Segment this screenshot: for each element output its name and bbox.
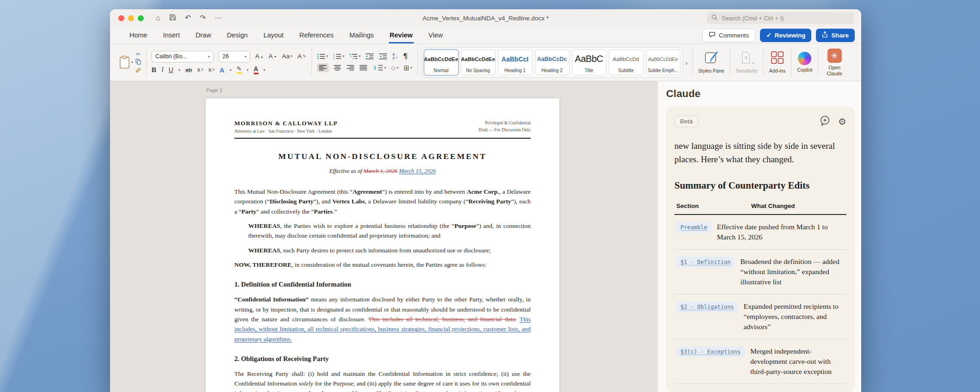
page-number-label: Page 1 [206,87,222,93]
sort-button[interactable]: AZ↓ [392,53,398,60]
share-icon [822,31,828,39]
more-commands-icon[interactable]: ⋯ [214,14,222,22]
zoom-window-button[interactable] [138,15,144,21]
text-run: Disclosing Party [270,198,314,205]
style-label: Heading 1 [504,68,526,75]
superscript-button[interactable]: x2 [208,67,214,73]
home-icon[interactable]: ⌂ [156,14,160,22]
justify-button[interactable] [360,65,368,71]
clear-formatting-button[interactable]: A✎ [297,53,306,60]
cut-button[interactable]: ✂ [136,51,141,57]
text-run: Party [241,208,256,215]
titlebar: ⌂ ↶ ↷ ⋯ Acme_Vertex_MutualNDA_v4_Redline… [110,9,861,27]
document-workspace[interactable]: Page 1 MORRISON & CALLOWAY LLP Attorneys… [110,81,657,392]
font-size-dropdown[interactable]: 26▾ [219,51,250,62]
style-no-spacing[interactable]: AaBbCcDdEeNo Spacing [461,49,496,75]
increase-indent-button[interactable] [379,53,387,60]
section-badge-3-c-exceptions[interactable]: §3(c) - Exceptions [676,346,745,357]
align-right-button[interactable] [347,65,355,71]
claude-panel-title: Claude [666,88,855,100]
text-run: solely [299,380,313,387]
redo-icon[interactable]: ↷ [200,14,206,22]
search-field[interactable] [707,12,854,24]
sensitivity-button[interactable]: ▾ Sensitivity [731,44,762,81]
underline-button[interactable]: U [169,67,173,73]
close-window-button[interactable] [118,15,124,21]
style-normal[interactable]: AaBbCcDdEeNormal [424,49,459,75]
style-heading-2[interactable]: AaBbCcDcHeading 2 [535,49,570,75]
open-claude-button[interactable]: ✳ Open Claude [819,44,850,81]
italic-button[interactable]: I [161,67,164,73]
strikethrough-button[interactable]: ab [185,67,192,73]
chevron-down-icon: ▾ [247,68,249,72]
styles-gallery: AaBbCcDdEeNormalAaBbCcDdEeNo SpacingAaBb… [422,47,683,78]
minimize-window-button[interactable] [128,15,134,21]
text-effects-button[interactable]: A [220,67,225,74]
desktop-background: ⌂ ↶ ↷ ⋯ Acme_Vertex_MutualNDA_v4_Redline… [0,0,980,392]
section-badge-1-definition[interactable]: §1 - Definition [676,257,735,268]
tab-view[interactable]: View [428,27,444,43]
paragraph: WHEREAS, each Party desires to protect s… [248,245,531,255]
document-page[interactable]: MORRISON & CALLOWAY LLP Attorneys at Law… [206,98,559,392]
numbering-button[interactable]: 123▾ [333,53,344,60]
multilevel-list-button[interactable]: ▾ [349,53,361,60]
share-button[interactable]: Share [816,29,855,42]
tab-references[interactable]: References [298,27,334,43]
save-icon[interactable] [169,14,176,22]
copy-button[interactable] [135,59,141,66]
tab-mailings[interactable]: Mailings [349,27,375,43]
bullets-button[interactable]: ▾ [317,53,328,60]
settings-gear-icon[interactable]: ⚙ [838,117,846,126]
change-case-button[interactable]: Aa▾ [282,53,293,60]
font-color-button[interactable]: A [254,66,258,74]
reviewing-button[interactable]: ✓ Reviewing [760,29,811,42]
search-input[interactable] [721,14,849,22]
chevron-down-icon: ▾ [208,55,210,59]
grow-font-button[interactable]: A▲ [255,53,263,60]
bold-button[interactable]: B [152,67,156,73]
style-subtle-emph[interactable]: AaBbCcDdEeSubtle Emph... [646,49,680,75]
show-paragraph-marks-button[interactable]: ¶ [403,53,408,60]
decrease-indent-button[interactable] [366,53,374,60]
search-icon [711,14,717,22]
style-title[interactable]: AaBbCTitle [572,49,606,75]
styles-pane-button[interactable]: Styles Pane [694,44,729,81]
styles-gallery-more-icon[interactable]: › [685,59,689,67]
tab-draw[interactable]: Draw [195,27,212,43]
style-heading-1[interactable]: AaBbCcIHeading 1 [498,49,533,75]
claude-card: Beta ⚙ new language is sitting side by s… [666,107,855,392]
format-painter-button[interactable] [135,67,141,74]
borders-button[interactable]: ⊞▾ [404,64,412,71]
tab-home[interactable]: Home [129,27,148,43]
paste-button[interactable]: ▾ [119,55,133,69]
copilot-icon [798,52,811,65]
tab-review[interactable]: Review [389,27,414,43]
align-left-button[interactable] [317,63,329,72]
tab-insert[interactable]: Insert [162,27,181,43]
clipboard-icon [119,55,130,69]
line-spacing-button[interactable]: ⇕▾ [373,65,386,71]
letterhead-left: MORRISON & CALLOWAY LLP Attorneys at Law… [234,120,338,134]
style-subtitle[interactable]: AaBbCcDdSubtitle [609,49,643,75]
section-badge-2-obligations[interactable]: §2 - Obligations [676,301,738,312]
shading-button[interactable]: ◇▾ [391,65,398,71]
section-heading: 1. Definition of Confidential Informatio… [234,279,531,290]
text-run: , the Parties wish to explore a potentia… [280,222,454,229]
tab-design[interactable]: Design [226,27,249,43]
add-ins-button[interactable]: Add-ins [765,44,790,81]
align-center-button[interactable] [334,65,342,71]
section-badge-preamble[interactable]: Preamble [676,222,711,233]
highlight-color-button[interactable]: ✎ [237,66,242,74]
subscript-button[interactable]: x2 [197,67,203,73]
text-run: , a Delaware limited liability company (… [365,198,468,205]
shrink-font-button[interactable]: A▼ [269,53,277,60]
comments-button[interactable]: Comments [702,29,755,42]
claude-panel: Claude Beta ⚙ new language is sitting si… [657,81,861,392]
ribbon-tabs: HomeInsertDrawDesignLayoutReferencesMail… [129,27,444,43]
copilot-button[interactable]: Copilot [792,44,817,81]
new-chat-icon[interactable] [820,115,830,128]
text-run: WHEREAS [248,222,280,229]
undo-icon[interactable]: ↶ [185,14,191,22]
font-name-dropdown[interactable]: Calibri (Bo...▾ [152,51,214,62]
tab-layout[interactable]: Layout [263,27,285,43]
